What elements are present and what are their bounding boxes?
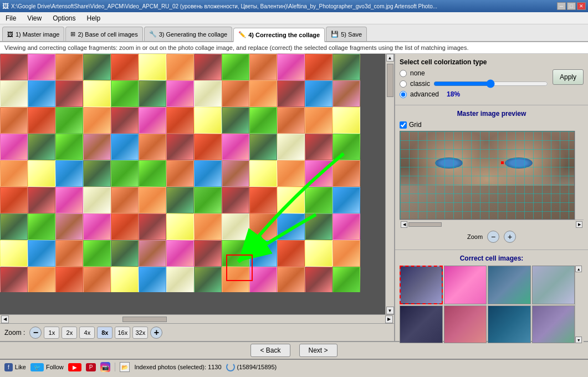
- colorization-section: Select cell colorization type none class…: [395, 54, 588, 105]
- scroll-down-arrow[interactable]: ▼: [386, 307, 394, 314]
- twitter-section: 🐦 Follow: [30, 363, 64, 371]
- facebook-button[interactable]: f: [4, 363, 13, 371]
- tabbar: 🖼 1) Master image ⊞ 2) Base of cell imag…: [0, 24, 588, 42]
- zoom-1x-button[interactable]: 1x: [44, 327, 59, 339]
- radio-advanced-row: advanced 18%: [400, 90, 548, 98]
- pinterest-button[interactable]: P: [86, 363, 96, 371]
- right-panel: Select cell colorization type none class…: [394, 54, 588, 341]
- radio-none[interactable]: [400, 70, 407, 77]
- preview-zoom-label: Zoom: [467, 233, 483, 240]
- next-button[interactable]: Next >: [299, 344, 338, 357]
- preview-zoom-bar: Zoom − +: [400, 228, 584, 245]
- cell-thumb-6[interactable]: [444, 305, 487, 343]
- grid-check-row: Grid: [400, 121, 584, 129]
- tab-generating[interactable]: 🔧 3) Generating the collage: [144, 27, 233, 41]
- twitter-button[interactable]: 🐦: [30, 363, 44, 371]
- status-divider-1: [115, 363, 115, 371]
- instagram-button[interactable]: 📷: [100, 362, 110, 372]
- colorization-title: Select cell colorization type: [400, 58, 584, 66]
- classic-slider[interactable]: [433, 79, 548, 88]
- advanced-value: 18%: [447, 90, 460, 98]
- info-text: Viewing and correcting collage fragments…: [4, 44, 468, 51]
- app-icon: 🖼: [2, 2, 9, 10]
- menubar: File View Options Help: [0, 12, 588, 24]
- cell-thumb-4[interactable]: [532, 266, 575, 304]
- zoom-out-button[interactable]: −: [29, 327, 42, 339]
- scroll-up-arrow[interactable]: ▲: [386, 54, 394, 62]
- preview-zoom-out[interactable]: −: [487, 231, 499, 243]
- zoom-label: Zoom :: [4, 329, 25, 337]
- tab-master-image[interactable]: 🖼 1) Master image: [2, 27, 64, 41]
- zoom-in-button[interactable]: +: [150, 327, 162, 339]
- maximize-button[interactable]: □: [567, 2, 576, 10]
- tab-correcting[interactable]: ✏️ 4) Correcting the collage: [233, 28, 325, 42]
- preview-scrollbar[interactable]: [575, 131, 584, 220]
- cell-thumb-7[interactable]: [488, 305, 531, 343]
- cell-images-wrapper: ▲ ▼: [400, 266, 584, 343]
- window-title: X:\Google Drive\ArtensoftShare\Video_APC…: [11, 3, 437, 9]
- minimize-button[interactable]: ─: [557, 2, 566, 10]
- facebook-section: f Like: [4, 363, 26, 371]
- progress-spinner: [226, 363, 235, 371]
- grid-overlay: [400, 131, 574, 219]
- tab-save[interactable]: 💾 5) Save: [326, 27, 367, 41]
- zoom-4x-button[interactable]: 4x: [79, 327, 95, 339]
- collage-viewport[interactable]: [0, 54, 385, 314]
- h-scroll-thumb[interactable]: [122, 317, 167, 322]
- preview-image[interactable]: [400, 131, 575, 220]
- cell-thumb-8[interactable]: [532, 305, 575, 343]
- menu-help[interactable]: Help: [84, 13, 104, 23]
- close-button[interactable]: ✕: [577, 2, 586, 10]
- zoom-2x-button[interactable]: 2x: [62, 327, 77, 339]
- tab-base-cell[interactable]: ⊞ 2) Base of cell images: [65, 27, 142, 41]
- menu-file[interactable]: File: [2, 13, 19, 23]
- cell-scroll-up[interactable]: ▲: [575, 266, 582, 272]
- cell-scrollbar[interactable]: ▲ ▼: [575, 266, 584, 343]
- progress-label: (15894/15895): [237, 364, 277, 370]
- preview-zoom-in[interactable]: +: [504, 231, 516, 243]
- prev-scroll-left[interactable]: ◀: [401, 221, 407, 228]
- selected-point: [501, 161, 504, 164]
- cell-thumb-5[interactable]: [400, 305, 443, 343]
- image-icon: 🖼: [7, 31, 13, 38]
- cell-images-grid: [400, 266, 575, 343]
- indexed-photos-label: Indexed photos (selected): 1130: [134, 364, 221, 370]
- grid-checkbox[interactable]: [400, 121, 407, 129]
- face-preview: [400, 131, 574, 219]
- zoom-8x-button[interactable]: 8x: [97, 327, 113, 339]
- prev-scroll-right[interactable]: ▶: [576, 221, 582, 228]
- radio-none-row: none: [400, 69, 548, 77]
- titlebar-controls[interactable]: ─ □ ✕: [557, 2, 586, 10]
- save-icon: 💾: [331, 30, 339, 38]
- correct-section: Correct cell images: ▲ ▼: [395, 250, 588, 348]
- vertical-scrollbar[interactable]: ▲ ▼: [385, 54, 394, 314]
- radio-advanced-label: advanced: [410, 90, 439, 98]
- infobar: Viewing and correcting collage fragments…: [0, 42, 588, 54]
- apply-button[interactable]: Apply: [553, 69, 584, 85]
- preview-section: Master image preview Grid: [395, 105, 588, 250]
- zoom-32x-button[interactable]: 32x: [132, 327, 148, 339]
- menu-view[interactable]: View: [24, 13, 45, 23]
- like-label[interactable]: Like: [15, 364, 26, 370]
- zoom-16x-button[interactable]: 16x: [115, 327, 130, 339]
- cell-scroll-down[interactable]: ▼: [575, 337, 582, 343]
- prev-hscroll-thumb[interactable]: [408, 222, 442, 227]
- youtube-button[interactable]: ▶: [68, 363, 81, 371]
- scroll-right-arrow[interactable]: ▶: [385, 315, 393, 323]
- cell-thumb-3[interactable]: [488, 266, 531, 304]
- scroll-left-arrow[interactable]: ◀: [1, 315, 9, 323]
- cell-thumb-2[interactable]: [444, 266, 487, 304]
- follow-label[interactable]: Follow: [46, 364, 64, 370]
- scroll-thumb[interactable]: [387, 64, 393, 97]
- cell-thumb-1[interactable]: [400, 266, 443, 304]
- radio-advanced[interactable]: [400, 91, 407, 98]
- preview-hscroll[interactable]: ◀ ▶: [400, 220, 584, 228]
- progress-section: (15894/15895): [226, 363, 277, 371]
- menu-options[interactable]: Options: [49, 13, 79, 23]
- back-button[interactable]: < Back: [250, 344, 290, 357]
- radio-classic[interactable]: [400, 80, 407, 88]
- correct-icon: ✏️: [238, 31, 246, 38]
- horizontal-scrollbar[interactable]: ◀ ▶: [0, 314, 394, 323]
- preview-title: Master image preview: [400, 110, 584, 118]
- titlebar-left: 🖼 X:\Google Drive\ArtensoftShare\Video_A…: [2, 2, 437, 10]
